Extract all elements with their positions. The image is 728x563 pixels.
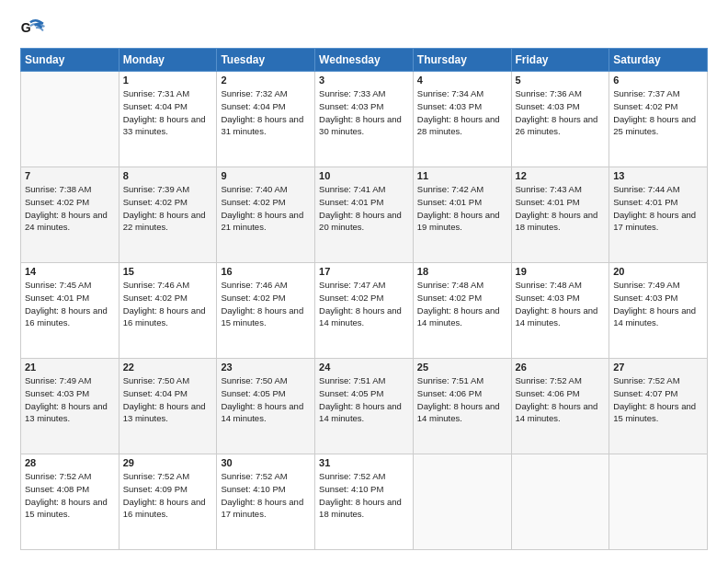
day-number: 31: [319, 457, 409, 468]
day-number: 25: [417, 362, 507, 373]
calendar-cell: 14Sunrise: 7:45 AMSunset: 4:01 PMDayligh…: [21, 263, 119, 359]
day-number: 8: [123, 170, 213, 181]
day-info: Sunrise: 7:41 AMSunset: 4:01 PMDaylight:…: [319, 183, 409, 234]
page: G SundayMondayTuesdayWednesdayThursdayFr…: [0, 0, 728, 563]
day-info: Sunrise: 7:52 AMSunset: 4:07 PMDaylight:…: [613, 374, 703, 425]
day-info: Sunrise: 7:33 AMSunset: 4:03 PMDaylight:…: [319, 87, 409, 138]
day-info: Sunrise: 7:46 AMSunset: 4:02 PMDaylight:…: [221, 279, 311, 329]
day-info: Sunrise: 7:43 AMSunset: 4:01 PMDaylight:…: [516, 183, 606, 234]
calendar-cell: 25Sunrise: 7:51 AMSunset: 4:06 PMDayligh…: [413, 359, 511, 454]
day-info: Sunrise: 7:37 AMSunset: 4:02 PMDaylight:…: [613, 87, 703, 138]
calendar-cell: 31Sunrise: 7:52 AMSunset: 4:10 PMDayligh…: [315, 454, 414, 550]
day-info: Sunrise: 7:52 AMSunset: 4:10 PMDaylight:…: [221, 470, 311, 521]
day-info: Sunrise: 7:48 AMSunset: 4:02 PMDaylight:…: [417, 279, 507, 329]
weekday-header: Friday: [511, 49, 609, 72]
weekday-header: Thursday: [413, 49, 511, 72]
day-info: Sunrise: 7:40 AMSunset: 4:02 PMDaylight:…: [221, 183, 311, 234]
day-number: 1: [123, 75, 213, 86]
day-number: 3: [319, 75, 409, 86]
day-number: 15: [123, 266, 213, 277]
logo-icon: G: [20, 17, 46, 42]
day-number: 17: [319, 266, 409, 277]
calendar-cell: 22Sunrise: 7:50 AMSunset: 4:04 PMDayligh…: [119, 359, 217, 454]
calendar-cell: 17Sunrise: 7:47 AMSunset: 4:02 PMDayligh…: [315, 263, 414, 359]
calendar-cell: 6Sunrise: 7:37 AMSunset: 4:02 PMDaylight…: [609, 72, 708, 167]
day-info: Sunrise: 7:48 AMSunset: 4:03 PMDaylight:…: [516, 279, 606, 329]
calendar-cell: 7Sunrise: 7:38 AMSunset: 4:02 PMDaylight…: [21, 167, 119, 263]
day-number: 5: [516, 75, 606, 86]
calendar-cell: [511, 454, 609, 550]
day-info: Sunrise: 7:49 AMSunset: 4:03 PMDaylight:…: [613, 279, 703, 329]
calendar-cell: 16Sunrise: 7:46 AMSunset: 4:02 PMDayligh…: [217, 263, 315, 359]
calendar-cell: 5Sunrise: 7:36 AMSunset: 4:03 PMDaylight…: [511, 72, 609, 167]
calendar-cell: 10Sunrise: 7:41 AMSunset: 4:01 PMDayligh…: [315, 167, 414, 263]
calendar-cell: 28Sunrise: 7:52 AMSunset: 4:08 PMDayligh…: [21, 454, 119, 550]
calendar-cell: 19Sunrise: 7:48 AMSunset: 4:03 PMDayligh…: [511, 263, 609, 359]
calendar-cell: 4Sunrise: 7:34 AMSunset: 4:03 PMDaylight…: [413, 72, 511, 167]
calendar-cell: 12Sunrise: 7:43 AMSunset: 4:01 PMDayligh…: [511, 167, 609, 263]
calendar-cell: 27Sunrise: 7:52 AMSunset: 4:07 PMDayligh…: [609, 359, 708, 454]
weekday-header: Monday: [119, 49, 217, 72]
calendar-cell: 9Sunrise: 7:40 AMSunset: 4:02 PMDaylight…: [217, 167, 315, 263]
day-number: 14: [25, 266, 115, 277]
day-number: 24: [319, 362, 409, 373]
calendar-cell: 2Sunrise: 7:32 AMSunset: 4:04 PMDaylight…: [217, 72, 315, 167]
day-info: Sunrise: 7:49 AMSunset: 4:03 PMDaylight:…: [25, 374, 115, 425]
day-info: Sunrise: 7:39 AMSunset: 4:02 PMDaylight:…: [123, 183, 213, 234]
calendar-cell: [413, 454, 511, 550]
day-number: 11: [417, 170, 507, 181]
calendar-cell: [21, 72, 119, 167]
day-number: 4: [417, 75, 507, 86]
calendar-cell: 18Sunrise: 7:48 AMSunset: 4:02 PMDayligh…: [413, 263, 511, 359]
day-info: Sunrise: 7:36 AMSunset: 4:03 PMDaylight:…: [516, 87, 606, 138]
day-info: Sunrise: 7:32 AMSunset: 4:04 PMDaylight:…: [221, 87, 311, 138]
day-number: 7: [25, 170, 115, 181]
calendar-cell: 24Sunrise: 7:51 AMSunset: 4:05 PMDayligh…: [315, 359, 414, 454]
day-number: 29: [123, 457, 213, 468]
day-number: 12: [516, 170, 606, 181]
day-number: 10: [319, 170, 409, 181]
calendar-cell: 11Sunrise: 7:42 AMSunset: 4:01 PMDayligh…: [413, 167, 511, 263]
svg-text:G: G: [21, 20, 31, 35]
day-number: 23: [221, 362, 311, 373]
day-info: Sunrise: 7:52 AMSunset: 4:06 PMDaylight:…: [516, 374, 606, 425]
day-number: 22: [123, 362, 213, 373]
day-number: 2: [221, 75, 311, 86]
day-info: Sunrise: 7:47 AMSunset: 4:02 PMDaylight:…: [319, 279, 409, 329]
calendar-cell: 3Sunrise: 7:33 AMSunset: 4:03 PMDaylight…: [315, 72, 414, 167]
day-number: 27: [613, 362, 703, 373]
calendar-cell: 1Sunrise: 7:31 AMSunset: 4:04 PMDaylight…: [119, 72, 217, 167]
day-info: Sunrise: 7:38 AMSunset: 4:02 PMDaylight:…: [25, 183, 115, 234]
day-info: Sunrise: 7:45 AMSunset: 4:01 PMDaylight:…: [25, 279, 115, 329]
header: G: [20, 17, 708, 42]
weekday-header: Saturday: [609, 49, 708, 72]
day-info: Sunrise: 7:52 AMSunset: 4:10 PMDaylight:…: [319, 470, 409, 521]
calendar-cell: 13Sunrise: 7:44 AMSunset: 4:01 PMDayligh…: [609, 167, 708, 263]
day-number: 18: [417, 266, 507, 277]
day-info: Sunrise: 7:31 AMSunset: 4:04 PMDaylight:…: [123, 87, 213, 138]
day-info: Sunrise: 7:52 AMSunset: 4:09 PMDaylight:…: [123, 470, 213, 521]
calendar-cell: 15Sunrise: 7:46 AMSunset: 4:02 PMDayligh…: [119, 263, 217, 359]
calendar: SundayMondayTuesdayWednesdayThursdayFrid…: [20, 48, 708, 550]
day-number: 21: [25, 362, 115, 373]
day-info: Sunrise: 7:50 AMSunset: 4:04 PMDaylight:…: [123, 374, 213, 425]
day-info: Sunrise: 7:51 AMSunset: 4:06 PMDaylight:…: [417, 374, 507, 425]
day-number: 28: [25, 457, 115, 468]
day-number: 20: [613, 266, 703, 277]
calendar-cell: 23Sunrise: 7:50 AMSunset: 4:05 PMDayligh…: [217, 359, 315, 454]
day-info: Sunrise: 7:42 AMSunset: 4:01 PMDaylight:…: [417, 183, 507, 234]
day-number: 6: [613, 75, 703, 86]
day-info: Sunrise: 7:34 AMSunset: 4:03 PMDaylight:…: [417, 87, 507, 138]
day-number: 9: [221, 170, 311, 181]
day-info: Sunrise: 7:50 AMSunset: 4:05 PMDaylight:…: [221, 374, 311, 425]
day-number: 26: [516, 362, 606, 373]
calendar-cell: 21Sunrise: 7:49 AMSunset: 4:03 PMDayligh…: [21, 359, 119, 454]
day-number: 16: [221, 266, 311, 277]
day-info: Sunrise: 7:52 AMSunset: 4:08 PMDaylight:…: [25, 470, 115, 521]
logo: G: [20, 17, 48, 42]
day-info: Sunrise: 7:44 AMSunset: 4:01 PMDaylight:…: [613, 183, 703, 234]
calendar-cell: 26Sunrise: 7:52 AMSunset: 4:06 PMDayligh…: [511, 359, 609, 454]
weekday-header: Tuesday: [217, 49, 315, 72]
calendar-cell: 8Sunrise: 7:39 AMSunset: 4:02 PMDaylight…: [119, 167, 217, 263]
weekday-header: Wednesday: [315, 49, 414, 72]
